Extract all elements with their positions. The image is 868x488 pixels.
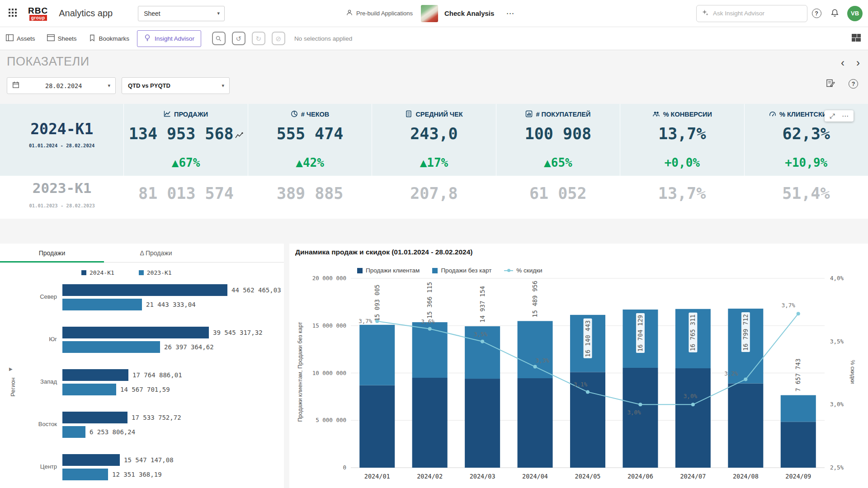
bar-client-sales[interactable] [623, 368, 658, 468]
search-selections-button[interactable] [212, 32, 226, 45]
x-axis-label[interactable]: 2024/06 [627, 473, 653, 480]
step-back-button[interactable]: ↺ [232, 32, 245, 45]
bar-total-label: 15 093 005 [373, 285, 381, 321]
bar-client-sales[interactable] [359, 385, 395, 468]
person-icon [346, 9, 353, 18]
x-axis-label[interactable]: 2024/08 [733, 473, 759, 480]
previous-value: 207,8 [410, 184, 458, 203]
y-axis-tick: 5 000 000 [316, 417, 346, 423]
bar-client-sales[interactable] [781, 422, 816, 468]
line-point-label: 3,0% [627, 409, 641, 416]
region-bar[interactable] [62, 299, 142, 310]
current-period-label: 2024-К1 [30, 119, 93, 139]
region-bar[interactable] [62, 384, 116, 395]
kpi-tile-client-sales: % КЛИЕНТСКИХ П... 62,3% +10,9% ⤢ ⋯ [744, 104, 868, 176]
sheet-toolbar: Assets Sheets Bookmarks Insight Advisor … [0, 27, 868, 50]
chevron-down-icon: ▾ [222, 83, 224, 89]
assets-button[interactable]: Assets [0, 27, 41, 50]
x-axis-label[interactable]: 2024/05 [575, 473, 601, 480]
clear-selections-button[interactable]: ⊘ [272, 32, 285, 45]
sheet-selector[interactable]: Sheet ▾ [138, 6, 225, 21]
kpi-tile-avg-check: СРЕДНИЙ ЧЕК 243,0 ▲17% [372, 104, 495, 176]
bar-client-sales[interactable] [518, 378, 553, 468]
line-point[interactable] [638, 403, 642, 406]
line-point-label: 3,2% [724, 370, 738, 377]
region-bar[interactable] [62, 341, 160, 353]
x-axis-label[interactable]: 2024/04 [522, 473, 548, 480]
comparison-filter[interactable]: QTD vs PYQTD ▾ [122, 77, 230, 94]
region-bar[interactable] [62, 412, 127, 423]
sheet-view-button[interactable] [852, 34, 861, 43]
right-axis-tick: 3,5% [830, 338, 844, 345]
bar-no-card-sales[interactable] [518, 321, 553, 378]
line-point[interactable] [586, 390, 590, 394]
app-menu-button[interactable] [3, 4, 23, 23]
category-label[interactable]: Восток [0, 421, 57, 427]
help-icon: ? [812, 9, 821, 18]
sheets-button[interactable]: Sheets [41, 27, 83, 50]
line-point[interactable] [428, 327, 432, 331]
bar-client-sales[interactable] [412, 378, 448, 468]
region-bar[interactable] [62, 327, 209, 338]
date-filter[interactable]: 28.02.2024 ▾ [7, 77, 116, 94]
line-point-label: 3,5% [474, 331, 488, 338]
category-label[interactable]: Центр [0, 463, 57, 470]
bar-value-label: 39 545 317,32 [213, 329, 263, 336]
notifications-button[interactable] [826, 5, 844, 23]
more-options-button[interactable]: ⋯ [506, 9, 515, 19]
insight-advisor-icon [144, 34, 151, 43]
line-point[interactable] [797, 312, 800, 315]
receipt-icon [405, 110, 412, 119]
bar-total-label: 14 937 154 [479, 286, 486, 323]
x-axis-label[interactable]: 2024/09 [785, 473, 811, 480]
user-avatar[interactable]: VB [847, 6, 863, 21]
next-sheet-button[interactable]: › [856, 57, 860, 68]
line-point[interactable] [533, 365, 537, 369]
insight-advisor-search[interactable] [696, 5, 807, 22]
x-axis-label[interactable]: 2024/07 [680, 473, 706, 480]
line-point[interactable] [691, 403, 695, 406]
kpi-tile-checks: # ЧЕКОВ 555 474 ▲42% [248, 104, 372, 176]
help-button[interactable]: ? [807, 5, 826, 23]
sheet-selector-value: Sheet [144, 10, 160, 17]
step-forward-button[interactable]: ↻ [252, 32, 265, 45]
bar-value-label: 17 764 886,01 [132, 371, 182, 379]
region-bar[interactable] [62, 369, 128, 381]
line-point[interactable] [481, 340, 484, 343]
kpi-previous-row: 2023-К1 01.01.2023 - 28.02.2023 81 013 5… [0, 176, 868, 219]
bell-icon [830, 9, 839, 19]
edit-sheet-button[interactable] [826, 79, 835, 89]
x-axis-label[interactable]: 2024/01 [364, 473, 390, 480]
bar-client-sales[interactable] [675, 368, 711, 468]
sheet-help-button[interactable]: ? [849, 79, 858, 89]
app-thumbnail[interactable] [421, 5, 438, 22]
prev-sheet-button[interactable]: ‹ [841, 57, 844, 68]
bar-client-sales[interactable] [728, 384, 763, 468]
bar-client-sales[interactable] [465, 379, 500, 468]
sheet-content: ПОКАЗАТЕЛИ ‹ › 28.02.2024 ▾ QTD vs PYQTD… [0, 50, 868, 488]
category-label[interactable]: Запад [0, 378, 57, 385]
line-point[interactable] [744, 377, 747, 381]
rbc-logo: RBC group [28, 6, 48, 21]
search-input[interactable] [713, 10, 802, 17]
kpi-delta: ▲65% [544, 156, 572, 170]
bookmarks-button[interactable]: Bookmarks [83, 27, 136, 50]
chevron-down-icon: ▾ [108, 83, 110, 89]
category-label[interactable]: Юг [0, 336, 57, 343]
previous-value: 51,4% [782, 184, 830, 203]
line-point[interactable] [375, 319, 379, 323]
x-axis-label[interactable]: 2024/03 [470, 473, 495, 480]
object-menu-button[interactable]: ⋯ [842, 113, 849, 119]
region-bar[interactable] [62, 469, 108, 480]
x-axis-label[interactable]: 2024/02 [417, 473, 443, 480]
bar-no-card-sales[interactable] [781, 395, 816, 422]
category-label[interactable]: Север [0, 293, 57, 300]
region-bar[interactable] [62, 426, 85, 438]
bar-no-card-sales[interactable] [359, 325, 395, 385]
region-bar[interactable] [62, 454, 120, 466]
line-point-label: 3,3% [536, 357, 550, 364]
prebuild-applications-link[interactable]: Pre-build Applications [346, 9, 413, 18]
expand-button[interactable]: ⤢ [830, 113, 835, 119]
region-bar[interactable] [62, 284, 227, 296]
insight-advisor-button[interactable]: Insight Advisor [137, 30, 201, 47]
